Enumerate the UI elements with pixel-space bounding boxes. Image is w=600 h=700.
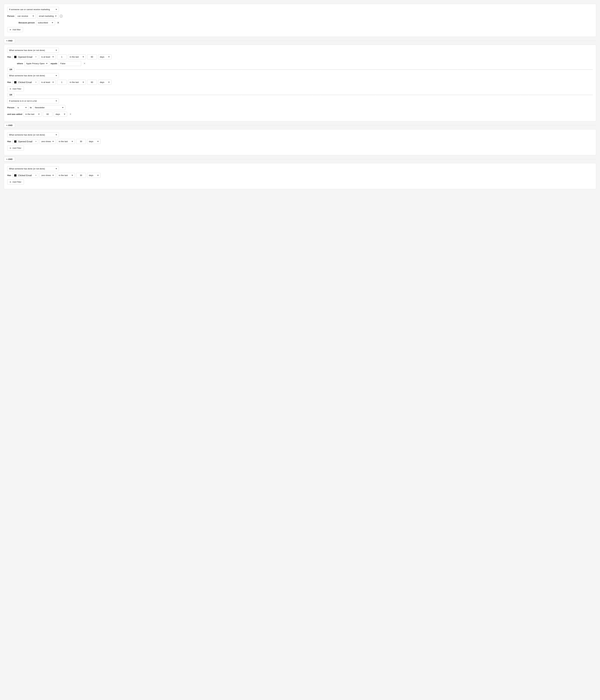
filter-icon: ⊳ — [10, 28, 11, 31]
frequency-select-opened2[interactable]: is at least is at most zero times — [40, 139, 56, 144]
has-label-3: Has — [7, 140, 11, 143]
where-value-input[interactable] — [58, 61, 81, 66]
days-input-list[interactable] — [43, 112, 52, 117]
where-close-btn[interactable]: ✕ — [82, 61, 86, 65]
event-select-clicked1[interactable]: Clicked Email — [12, 80, 38, 85]
event-label-2: Clicked Email — [18, 81, 32, 83]
marketing-type-dropdown[interactable]: If someone can or cannot receive marketi… — [7, 7, 59, 12]
or-button-1[interactable]: OR — [7, 68, 15, 72]
add-filter-button-clicked2[interactable]: ⊳ Add Filter — [7, 179, 24, 184]
frequency-select-opened1[interactable]: is at least is at most zero times — [40, 54, 56, 59]
where-label: where — [17, 62, 23, 65]
where-field-select[interactable]: Apple Privacy Open Campaign Name Subject — [24, 61, 49, 66]
equals-label: equals — [51, 62, 57, 65]
person-label: Person — [7, 15, 15, 17]
filter-icon-3: ⊳ — [10, 147, 11, 149]
count-input-opened1[interactable] — [57, 54, 67, 59]
event-select-clicked2[interactable]: Clicked Email — [12, 173, 38, 178]
filter-icon-2: ⊳ — [10, 88, 11, 90]
add-filter-label: Add filter — [12, 28, 21, 31]
in-label-list: in — [30, 106, 32, 109]
is-select-list[interactable]: is is not — [16, 105, 29, 110]
condition-clicked1-top-dropdown[interactable]: What someone has done (or not done) — [7, 73, 59, 78]
and-line-1 — [17, 41, 596, 41]
event-select-opened1[interactable]: Opened Email — [12, 54, 38, 59]
info-icon[interactable]: i — [60, 15, 62, 18]
add-filter-button-clicked1[interactable]: ⊳ Add Filter — [7, 86, 24, 91]
condition-list1: If someone is in or not in a list Person… — [7, 98, 593, 117]
group2-section: What someone has done (or not done) Has … — [4, 129, 596, 155]
frequency-select-clicked1[interactable]: is at least is at most zero times — [40, 80, 56, 85]
time-range-select-clicked2[interactable]: in the last over all time — [57, 173, 75, 178]
has-label-2: Has — [7, 81, 11, 83]
email-icon-3 — [14, 141, 17, 143]
event-select-opened2[interactable]: Opened Email — [12, 139, 38, 144]
time-range-select-clicked1[interactable]: in the last over all time — [68, 80, 86, 85]
and-connector-1: + AND — [4, 37, 596, 45]
add-filter-button-opened2[interactable]: ⊳ Add Filter — [7, 146, 24, 151]
event-label-3: Opened Email — [18, 140, 32, 143]
days-unit-select-clicked2[interactable]: days weeks months — [87, 173, 101, 178]
because-person-row: Because person subscribed unsubscribed ✕ — [19, 20, 593, 25]
days-unit-select-list[interactable]: days weeks months — [54, 112, 67, 117]
days-unit-select-opened1[interactable]: days weeks months — [98, 54, 111, 59]
person-label-list: Person — [7, 106, 15, 109]
because-person-select[interactable]: subscribed unsubscribed — [36, 20, 55, 25]
condition-clicked1: What someone has done (or not done) Has … — [7, 73, 593, 91]
add-filter-label-3: Add Filter — [12, 147, 22, 149]
add-filter-label-2: Add Filter — [12, 88, 22, 90]
days-input-opened2[interactable] — [76, 139, 86, 144]
or-button-2[interactable]: OR — [7, 93, 15, 97]
or-line-1 — [16, 69, 593, 70]
add-filter-label-4: Add Filter — [12, 181, 22, 183]
time-range-select-list[interactable]: in the last over all time — [24, 112, 42, 117]
group3-section: What someone has done (or not done) Has … — [4, 163, 596, 189]
time-range-select-opened1[interactable]: in the last over all time — [68, 54, 86, 59]
because-person-close[interactable]: ✕ — [56, 21, 60, 24]
and-connector-2: + AND — [4, 121, 596, 129]
days-unit-select-opened2[interactable]: days weeks months — [87, 139, 101, 144]
because-person-label: Because person — [19, 22, 35, 24]
event-label-4: Clicked Email — [18, 174, 32, 177]
list-top-dropdown[interactable]: If someone is in or not in a list — [7, 98, 59, 103]
condition-opened1: What someone has done (or not done) Has … — [7, 48, 593, 66]
group2-top-dropdown[interactable]: What someone has done (or not done) — [7, 132, 59, 137]
days-input-clicked2[interactable] — [76, 173, 86, 178]
email-icon-4 — [14, 174, 17, 177]
marketing-channel-select[interactable]: email marketing sms marketing — [37, 14, 58, 19]
list-name-select[interactable]: Newsletter VIP List Subscribers — [33, 105, 65, 110]
add-filter-button-marketing[interactable]: ⊳ Add filter — [7, 27, 23, 32]
email-icon-2 — [14, 81, 17, 83]
and-button-3[interactable]: + AND — [4, 157, 15, 161]
group3-top-dropdown[interactable]: What someone has done (or not done) — [7, 166, 59, 171]
or-connector-1: OR — [7, 68, 593, 72]
event-label-1: Opened Email — [18, 56, 32, 58]
and-connector-3: + AND — [4, 155, 596, 163]
marketing-section: If someone can or cannot receive marketi… — [4, 4, 596, 37]
or-line-2 — [16, 95, 593, 95]
can-receive-select[interactable]: can receive cannot receive — [16, 14, 36, 19]
frequency-select-clicked2[interactable]: is at least is at most zero times — [40, 173, 56, 178]
days-input-opened1[interactable] — [87, 54, 97, 59]
or-connector-2: OR — [7, 93, 593, 97]
list-time-close-btn[interactable]: ✕ — [69, 112, 72, 116]
where-row-1: where Apple Privacy Open Campaign Name S… — [17, 61, 593, 66]
group1-section: What someone has done (or not done) Has … — [4, 45, 596, 121]
and-button-2[interactable]: + AND — [4, 123, 15, 128]
and-was-added-label: and was added — [7, 113, 22, 116]
days-unit-select-clicked1[interactable]: days weeks months — [98, 80, 111, 85]
count-input-clicked1[interactable] — [57, 80, 67, 85]
filter-icon-4: ⊳ — [10, 181, 11, 183]
email-icon-1 — [14, 56, 17, 58]
time-range-select-opened2[interactable]: in the last over all time — [57, 139, 75, 144]
and-button-1[interactable]: + AND — [4, 39, 15, 43]
has-label-4: Has — [7, 174, 11, 177]
condition-opened1-top-dropdown[interactable]: What someone has done (or not done) — [7, 48, 59, 53]
days-input-clicked1[interactable] — [87, 80, 97, 85]
has-label-1: Has — [7, 56, 11, 58]
